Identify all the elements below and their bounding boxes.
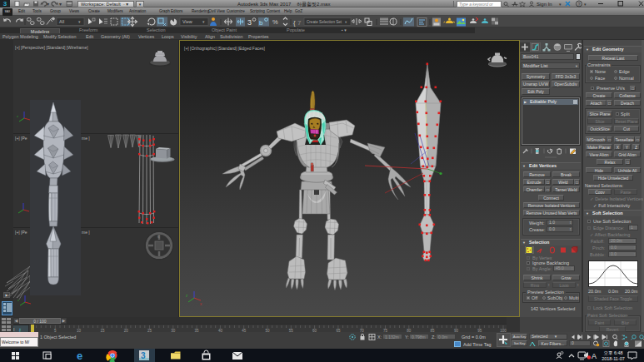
svg-text:2018-11-07: 2018-11-07 <box>602 356 625 361</box>
svg-text:7: 7 <box>297 19 302 27</box>
svg-text:x: x <box>200 302 202 306</box>
svg-text:▾: ▾ <box>47 2 49 7</box>
svg-text:?: ? <box>578 2 581 7</box>
svg-text:%: % <box>272 18 278 26</box>
svg-text:z: z <box>17 298 19 302</box>
svg-text:Sign In: Sign In <box>537 2 552 7</box>
svg-text:z: z <box>17 114 18 118</box>
svg-text:e: e <box>77 350 82 362</box>
svg-text:▾: ▾ <box>59 2 62 7</box>
svg-text:오후 6:48: 오후 6:48 <box>603 350 622 355</box>
svg-text:All: All <box>59 19 64 24</box>
svg-text:▾: ▾ <box>584 2 587 7</box>
svg-text:A: A <box>592 352 597 360</box>
svg-text:3: 3 <box>247 18 252 27</box>
svg-text:z: z <box>186 294 188 298</box>
svg-text:b: b <box>259 19 263 27</box>
svg-text:Create Selection Set: Create Selection Set <box>307 20 342 24</box>
svg-text:▾: ▾ <box>559 2 562 7</box>
svg-text:{: { <box>293 19 296 27</box>
svg-text:View: View <box>182 19 192 24</box>
